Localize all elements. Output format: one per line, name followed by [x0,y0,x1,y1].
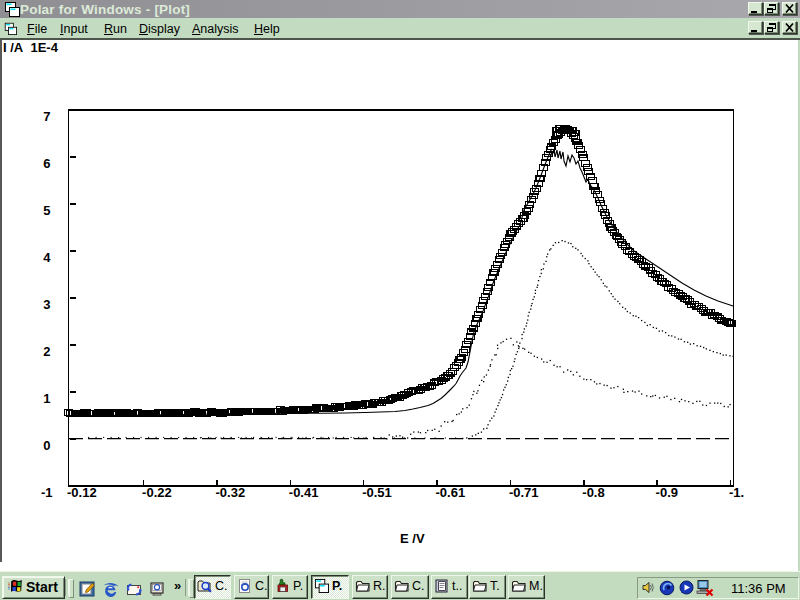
svg-text:4: 4 [43,250,51,265]
svg-text:-1: -1 [41,485,53,500]
svg-text:2: 2 [43,344,50,359]
svg-text:-0.8: -0.8 [582,485,604,500]
svg-text:6: 6 [43,156,50,171]
svg-text:7: 7 [43,109,50,124]
svg-text:1: 1 [43,391,50,406]
svg-text:-0.12: -0.12 [67,485,97,500]
svg-text:-0.22: -0.22 [142,485,172,500]
svg-text:-0.32: -0.32 [216,485,246,500]
svg-text:5: 5 [43,203,50,218]
svg-text:-0.51: -0.51 [362,485,392,500]
svg-text:-0.71: -0.71 [509,485,539,500]
svg-text:-1.: -1. [729,485,744,500]
svg-text:E /V: E /V [400,531,425,546]
svg-text:3: 3 [43,297,50,312]
svg-text:I /A 1E-4: I /A 1E-4 [3,40,59,55]
svg-text:-0.9: -0.9 [656,485,678,500]
svg-text:0: 0 [43,438,50,453]
svg-text:-0.61: -0.61 [436,485,466,500]
svg-text:-0.41: -0.41 [289,485,319,500]
